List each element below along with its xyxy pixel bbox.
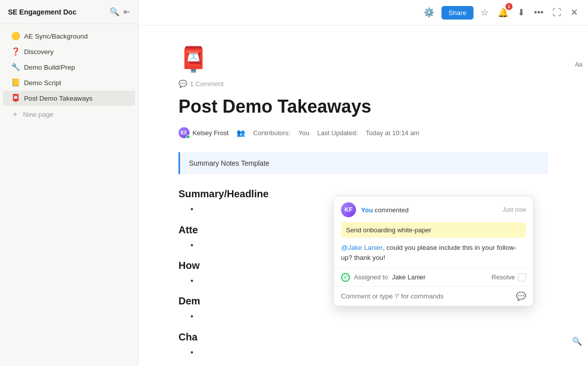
check-circle-icon: ✓ — [341, 273, 350, 282]
comment-input-row: 💬 — [334, 286, 533, 306]
section-heading-challenges: Challenges — [178, 331, 548, 343]
summary-template-label: Summary Notes Template — [189, 159, 270, 167]
download-icon[interactable]: ⬇ — [516, 5, 527, 20]
ae-sync-icon: 🟡 — [11, 32, 20, 41]
sidebar-nav: 🟡 AE Sync/Background ❓ Discovery 🔧 Demo … — [0, 24, 138, 366]
page-title: Post Demo Takeaways — [178, 96, 548, 117]
new-page-label: New page — [23, 111, 54, 118]
mention[interactable]: @Jake Lanier — [341, 244, 383, 251]
comment-popup-header: KF You commented Just now — [334, 196, 533, 222]
resolve-checkbox[interactable] — [518, 273, 526, 281]
section-challenges: Challenges — [178, 331, 548, 358]
fullscreen-icon[interactable]: ⛶ — [550, 6, 564, 20]
contributors-icon: 👥 — [236, 129, 245, 137]
comment-assigned: ✓ Assigned to Jake Lanier Resolve — [334, 268, 533, 286]
author-name: Kelsey Frost — [192, 129, 228, 137]
commenter-avatar: KF — [341, 202, 356, 217]
comment-highlight-quote: Send onboarding white-paper — [341, 222, 526, 238]
comment-count-label: 1 Comment — [190, 80, 224, 88]
comment-body: @Jake Lanier, could you please include t… — [334, 243, 533, 268]
page-meta: KF Kelsey Frost 👥 Contributors: You Last… — [178, 127, 548, 138]
bullet-item — [190, 311, 548, 322]
main-area: ⚙️ Share ☆ 🔔 1 ⬇ ••• ⛶ ✕ Aa 📮 💬 1 Commen… — [138, 0, 588, 366]
topbar: ⚙️ Share ☆ 🔔 1 ⬇ ••• ⛶ ✕ — [138, 0, 588, 26]
notification-icon[interactable]: 🔔 1 — [496, 5, 510, 20]
sidebar-item-discovery[interactable]: ❓ Discovery — [3, 44, 135, 59]
collapse-icon[interactable]: ⇤ — [124, 7, 130, 17]
comment-meta: You commented — [361, 206, 408, 214]
assigned-to-label: Assigned to — [354, 273, 388, 281]
send-icon[interactable]: 💬 — [516, 291, 526, 301]
new-page-plus-icon: ＋ — [11, 109, 19, 120]
sidebar: SE Engagement Doc 🔍 ⇤ 🟡 AE Sync/Backgrou… — [0, 0, 138, 366]
assigned-left: ✓ Assigned to Jake Lanier — [341, 273, 426, 282]
discovery-icon: ❓ — [11, 47, 20, 56]
sidebar-item-discovery-label: Discovery — [24, 48, 54, 56]
close-icon[interactable]: ✕ — [568, 5, 580, 20]
author-avatar: KF — [178, 127, 190, 138]
author-info: KF Kelsey Frost — [178, 127, 228, 138]
resolve-label: Resolve — [492, 273, 515, 281]
sidebar-item-post-demo-takeaways[interactable]: 📮 Post Demo Takeaways — [3, 91, 135, 106]
comment-input[interactable] — [341, 292, 512, 300]
sidebar-header-actions: 🔍 ⇤ — [110, 7, 130, 17]
sidebar-title: SE Engagement Doc — [8, 8, 76, 16]
notification-count: 1 — [506, 3, 512, 10]
comment-count-icon: 💬 — [178, 80, 187, 88]
post-demo-icon: 📮 — [11, 94, 20, 103]
sidebar-item-demo-script[interactable]: 📒 Demo Script — [3, 75, 135, 90]
commenter-name: You — [361, 206, 373, 214]
page-content: Aa 📮 💬 1 Comment Post Demo Takeaways KF … — [138, 26, 588, 366]
sidebar-item-demo-build-label: Demo Build/Prep — [24, 64, 75, 71]
last-updated-label: Last Updated: — [318, 129, 358, 137]
sidebar-item-demo-script-label: Demo Script — [24, 79, 61, 87]
settings-icon[interactable]: ⚙️ — [422, 5, 436, 20]
font-size-icon[interactable]: Aa — [574, 61, 582, 68]
avatar-status — [186, 135, 190, 139]
comment-action: commented — [374, 206, 408, 214]
contributors-value: You — [298, 129, 310, 137]
comment-count[interactable]: 💬 1 Comment — [178, 80, 548, 88]
comment-popup: KF You commented Just now Send onboardin… — [334, 196, 534, 306]
contributors-label: Contributors: — [253, 129, 290, 137]
page-emoji: 📮 — [178, 46, 548, 74]
bullet-item — [190, 347, 548, 358]
sidebar-item-ae-sync-label: AE Sync/Background — [24, 33, 88, 40]
sidebar-item-ae-sync[interactable]: 🟡 AE Sync/Background — [3, 29, 135, 44]
more-icon[interactable]: ••• — [532, 6, 546, 20]
share-button[interactable]: Share — [442, 6, 474, 20]
demo-build-icon: 🔧 — [11, 63, 20, 72]
sidebar-header: SE Engagement Doc 🔍 ⇤ — [0, 0, 138, 24]
last-updated-value: Today at 10:14 am — [366, 129, 420, 137]
sidebar-item-demo-build-prep[interactable]: 🔧 Demo Build/Prep — [3, 60, 135, 75]
star-icon[interactable]: ☆ — [478, 5, 490, 20]
summary-template-block: Summary Notes Template — [178, 152, 548, 174]
demo-script-icon: 📒 — [11, 78, 20, 87]
comment-time: Just now — [502, 206, 526, 213]
comment-author-row: KF You commented — [341, 202, 408, 217]
assigned-to-name: Jake Lanier — [392, 273, 426, 281]
new-page-button[interactable]: ＋ New page — [3, 106, 135, 123]
search-bottom-icon[interactable]: 🔍 — [572, 336, 582, 346]
resolve-button[interactable]: Resolve — [492, 273, 526, 281]
sidebar-item-post-demo-label: Post Demo Takeaways — [24, 95, 92, 102]
search-icon[interactable]: 🔍 — [110, 7, 120, 17]
